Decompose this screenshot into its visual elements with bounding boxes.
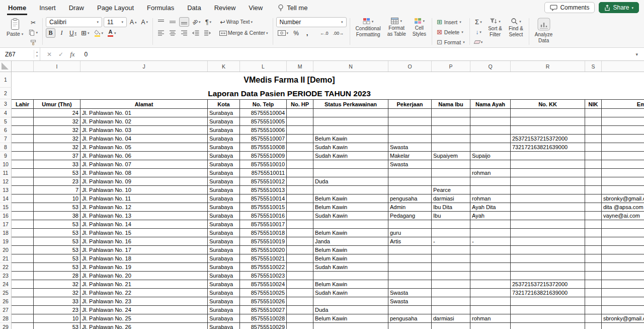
cell[interactable]: Jl. Pahlawan No. 08 (80, 169, 208, 177)
cell[interactable] (432, 220, 470, 229)
increase-font-size-button[interactable]: A▴ (128, 17, 138, 27)
cell[interactable]: Surabaya (208, 289, 240, 297)
cell[interactable] (12, 177, 34, 186)
sheet-title[interactable]: VMedis Farma II [Demo] (244, 76, 335, 85)
cell[interactable] (511, 160, 585, 169)
cell[interactable]: 32 (34, 280, 80, 289)
cell[interactable]: Jl. Pahlawan No. 18 (80, 254, 208, 263)
column-header-Q[interactable]: Q (470, 61, 511, 72)
cell[interactable] (388, 246, 432, 254)
cell[interactable] (388, 177, 432, 186)
cell[interactable] (585, 246, 602, 254)
cell[interactable] (585, 126, 602, 135)
cell[interactable] (585, 237, 602, 246)
cell[interactable] (511, 203, 585, 212)
cell[interactable] (585, 212, 602, 220)
row-header-13[interactable]: 13 (0, 186, 12, 194)
cell[interactable]: 253721537215372000 (511, 280, 585, 289)
cell[interactable] (432, 109, 470, 117)
clear-button[interactable]: ▾ (473, 37, 485, 47)
cell[interactable]: 85755510006 (240, 126, 287, 135)
cell[interactable]: 85755510023 (240, 272, 287, 280)
cell[interactable]: Surabaya (208, 160, 240, 169)
cell[interactable] (602, 280, 644, 289)
table-header-cell[interactable]: Status Perkawainan (313, 99, 388, 109)
cell[interactable]: Jl. Pahlawan No. 11 (80, 194, 208, 203)
table-header-cell[interactable]: No. Telp (240, 99, 287, 109)
cell[interactable] (313, 117, 388, 126)
cell[interactable] (470, 143, 511, 152)
cancel-entry-icon[interactable]: ✕ (47, 51, 52, 58)
share-button[interactable]: Share ▾ (599, 2, 639, 13)
cell[interactable]: sbronky@gmail.c (602, 194, 644, 203)
row-header-24[interactable]: 24 (0, 280, 12, 289)
cell[interactable]: 10 (34, 194, 80, 203)
cell[interactable] (287, 297, 313, 306)
cell[interactable] (12, 297, 34, 306)
percent-style-button[interactable]: % (291, 28, 301, 38)
cell[interactable]: 85755510020 (240, 246, 287, 254)
cell[interactable] (388, 272, 432, 280)
cell[interactable] (388, 135, 432, 143)
cell[interactable] (388, 280, 432, 289)
cell[interactable]: rohman (470, 169, 511, 177)
cell[interactable]: Surabaya (208, 306, 240, 314)
cell[interactable]: Jl. Pahlawan No. 22 (80, 289, 208, 297)
cell[interactable]: Jl. Pahlawan No. 06 (80, 152, 208, 160)
cell[interactable] (388, 126, 432, 135)
cell[interactable] (388, 254, 432, 263)
cell[interactable]: Surabaya (208, 297, 240, 306)
cell[interactable]: Jl. Pahlawan No. 16 (80, 237, 208, 246)
format-as-table-button[interactable]: ▾ Formatas Table (385, 17, 409, 38)
cell[interactable] (602, 135, 644, 143)
align-top-button[interactable] (156, 17, 166, 27)
cell[interactable]: Surabaya (208, 135, 240, 143)
cell[interactable] (511, 314, 585, 323)
table-header-cell[interactable]: Pekerjaan (388, 99, 432, 109)
row-header-19[interactable]: 19 (0, 237, 12, 246)
cell[interactable]: Jl. Pahlawan No. 24 (80, 306, 208, 314)
font-size-combo[interactable]: 11 ▾ (104, 17, 127, 27)
find-select-button[interactable]: ▾ Find &Select (506, 17, 526, 38)
cell[interactable] (12, 160, 34, 169)
row-header-21[interactable]: 21 (0, 254, 12, 263)
cell[interactable] (287, 323, 313, 329)
cell[interactable] (511, 263, 585, 272)
cell[interactable] (511, 229, 585, 237)
table-header-cell[interactable]: Nama Ayah (470, 99, 511, 109)
cell[interactable] (511, 246, 585, 254)
cell[interactable]: Jl. Pahlawan No. 15 (80, 229, 208, 237)
cell[interactable] (12, 135, 34, 143)
cell[interactable] (585, 169, 602, 177)
cell[interactable]: - (470, 237, 511, 246)
cell[interactable] (585, 203, 602, 212)
cell[interactable] (432, 272, 470, 280)
text-direction-button[interactable]: ¶▾ (204, 17, 213, 27)
cell[interactable] (313, 109, 388, 117)
cell[interactable]: Swasta (388, 160, 432, 169)
cell[interactable] (287, 314, 313, 323)
table-header-cell[interactable]: Lahir (12, 99, 34, 109)
accounting-format-button[interactable]: ▾ (276, 28, 290, 38)
cell[interactable] (287, 229, 313, 237)
cell[interactable]: 85755510022 (240, 263, 287, 272)
cell[interactable]: 53 (34, 263, 80, 272)
fill-color-button[interactable]: ▾ (93, 28, 105, 38)
cell[interactable]: Sudah Kawin (313, 212, 388, 220)
cell[interactable] (585, 323, 602, 329)
cell[interactable] (388, 169, 432, 177)
cell[interactable]: 32 (34, 135, 80, 143)
cell[interactable] (585, 280, 602, 289)
column-header-K[interactable]: K (208, 61, 240, 72)
menu-tab-view[interactable]: View (248, 0, 264, 15)
cell[interactable] (12, 152, 34, 160)
cell[interactable]: Ibu Dita (432, 203, 470, 212)
cell[interactable] (470, 186, 511, 194)
cell[interactable] (287, 143, 313, 152)
cell[interactable] (511, 272, 585, 280)
cell[interactable]: Admin (388, 203, 432, 212)
cell[interactable]: Surabaya (208, 220, 240, 229)
table-header-cell[interactable]: Alamat (80, 99, 208, 109)
cell[interactable] (287, 254, 313, 263)
cell[interactable] (313, 220, 388, 229)
